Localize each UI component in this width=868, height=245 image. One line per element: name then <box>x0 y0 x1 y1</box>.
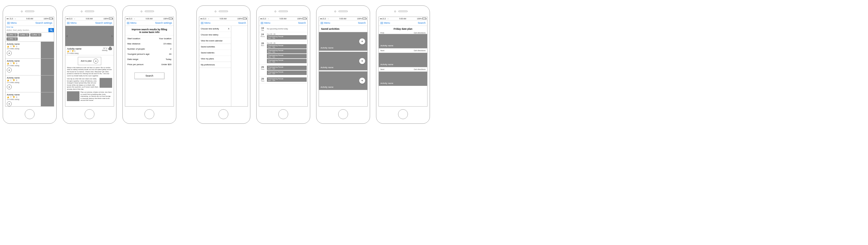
plan-card[interactable]: Activity name <box>379 53 427 67</box>
home-button[interactable] <box>338 109 348 119</box>
menu-item-saved-activities[interactable]: Saved activities <box>199 44 231 50</box>
cloud-icon <box>108 48 112 50</box>
event-bar[interactable]: Thanksgiving Parade5pm - 7pm <box>267 35 307 39</box>
calendar-day: 29TuesThanksgiving Parade5pm - 7pm <box>259 77 308 83</box>
add-button[interactable]: + <box>359 58 365 64</box>
menu-button[interactable]: Menu <box>380 22 390 25</box>
search-settings-link[interactable]: Search settings <box>155 22 172 24</box>
event-time: 5pm - 7pm <box>268 73 306 74</box>
add-button[interactable]: + <box>7 51 12 56</box>
saved-card[interactable]: Activity name+ <box>319 72 367 90</box>
thumbs-down-icon: 👎 <box>12 46 15 48</box>
search-settings-link[interactable]: Search settings <box>35 22 52 24</box>
calendar-day: 24ThursNov 20 - 26Thanksgiving Parade5pm… <box>259 32 308 41</box>
section-title: Saved activities <box>319 26 367 32</box>
event-time: 5pm - 7pm <box>268 46 306 48</box>
close-icon[interactable]: ⓧ <box>38 33 40 36</box>
event-bar[interactable]: Thanksgiving Parade5pm - 7pm <box>267 54 307 58</box>
side-menu: Choose new activityX Choose new eatery V… <box>199 26 231 107</box>
result-item[interactable]: Activity name 👍7👎3 2.4 miles away + <box>5 42 54 58</box>
saved-card[interactable]: Activity name+ <box>319 52 367 70</box>
home-button[interactable] <box>218 109 228 119</box>
card-name: Activity name <box>380 82 394 84</box>
add-button[interactable]: + <box>359 78 365 84</box>
event-bar[interactable]: Thanksgiving Parade5pm - 7pm <box>267 49 307 53</box>
event-bar[interactable]: Thanksgiving Parade5pm - 7pm <box>267 59 307 63</box>
filter-tag[interactable]: Coffeeⓧ <box>30 33 41 36</box>
form-row[interactable]: Max distance:15 miles <box>127 41 172 46</box>
chevron-right-icon[interactable]: › <box>111 33 113 38</box>
result-item[interactable]: Activity name 👍7👎3 2.4 miles away + <box>5 58 54 75</box>
result-item[interactable]: Activity name 👍7👎3 2.4 miles away + <box>5 75 54 92</box>
event-bar[interactable]: Thanksgiving Parade5pm - 7pm <box>267 44 307 49</box>
form-row[interactable]: Youngest person's age:24 <box>127 52 172 57</box>
hero-image: ‹ › <box>65 26 114 46</box>
event-bar[interactable]: Thanksgiving Parade5pm - 7pm <box>267 77 307 82</box>
add-to-plan-button[interactable]: Add to plan + <box>78 57 101 65</box>
home-button[interactable] <box>85 109 94 119</box>
event-time: 5pm - 7pm <box>268 61 306 63</box>
close-icon[interactable]: ⓧ <box>14 37 16 40</box>
phone-frame-1: ZLS⌵ 5:00 AM 100% Menu Search settings E… <box>3 5 57 124</box>
close-icon[interactable]: ⓧ <box>26 33 28 36</box>
filter-tag[interactable]: Coffeeⓧ <box>6 33 18 36</box>
menu-item-saved-eateries[interactable]: Saved eateries <box>199 50 231 56</box>
plan-first-label: First <box>380 32 384 34</box>
saved-card[interactable]: Activity name+ <box>319 32 367 51</box>
menu-button[interactable]: Menu <box>67 22 77 25</box>
home-button[interactable] <box>25 109 35 119</box>
search-link[interactable]: Search <box>298 22 306 24</box>
form-row[interactable]: Number of people:2 <box>127 46 172 52</box>
phone-frame-6: ZLS⌵ 5:00 AM 100% Menu Search Saved acti… <box>316 5 370 124</box>
add-button[interactable]: + <box>7 101 12 106</box>
menu-item-preferences[interactable]: My preferences <box>199 62 231 67</box>
result-item[interactable]: Activity name 👍7👎3 2.4 miles away + <box>5 92 54 107</box>
menu-button[interactable]: Menu <box>320 22 330 25</box>
close-icon[interactable]: ⓧ <box>14 33 16 36</box>
content-placeholder <box>231 26 248 107</box>
search-link[interactable]: Search <box>358 22 366 24</box>
event-bar[interactable]: Thanksgiving Parade5pm - 7pm <box>267 66 307 70</box>
filter-tag[interactable]: Coffeeⓧ <box>19 33 30 36</box>
home-button[interactable] <box>278 109 288 119</box>
get-directions-link[interactable]: Get directions <box>414 69 426 70</box>
menu-item-calendar[interactable]: View the event calendar <box>199 37 231 44</box>
event-bar[interactable]: Thanksgiving Parade5pm - 7pm <box>267 71 307 75</box>
add-button[interactable]: + <box>7 67 12 73</box>
chevron-left-icon[interactable]: ‹ <box>66 33 68 38</box>
close-icon[interactable]: X <box>228 28 229 30</box>
home-button[interactable] <box>145 109 154 119</box>
menu-button[interactable]: Menu <box>201 22 211 25</box>
search-button[interactable] <box>49 28 54 32</box>
event-time: 5pm - 7pm <box>268 80 306 81</box>
card-name: Activity name <box>380 45 394 47</box>
menu-item-my-plans[interactable]: View my plans <box>199 56 231 62</box>
get-directions-link[interactable]: Get directions <box>414 50 426 52</box>
day-number: 28 <box>259 42 266 45</box>
home-button[interactable] <box>398 109 408 119</box>
form-row[interactable]: Start location:Your location <box>127 36 172 41</box>
get-directions-link[interactable]: Get directions <box>414 32 426 34</box>
search-link[interactable]: Search <box>238 22 246 24</box>
search-link[interactable]: Search <box>418 22 426 24</box>
activity-name: Activity name <box>67 48 82 50</box>
search-input[interactable]: Active, food, party, tourism... <box>5 28 49 32</box>
day-number: 29 <box>259 77 266 80</box>
add-button[interactable]: + <box>7 84 12 89</box>
search-button[interactable]: Search <box>134 73 164 79</box>
menu-button[interactable]: Menu <box>7 22 17 25</box>
search-settings-link[interactable]: Search settings <box>95 22 112 24</box>
wifi-icon: ⌵ <box>15 18 16 20</box>
plan-card[interactable]: Activity name <box>379 72 427 86</box>
event-time: 5pm - 7pm <box>268 56 306 58</box>
form-row[interactable]: Date range:Today <box>127 57 172 62</box>
add-button[interactable]: + <box>359 38 365 45</box>
form-row[interactable]: Price per person:Under $20 <box>127 62 172 67</box>
menu-button[interactable]: Menu <box>127 22 136 25</box>
filter-tag[interactable]: Coffeeⓧ <box>6 37 18 40</box>
phone-frame-3: ZLS⌵ 5:00 AM 100% Menu Search settings I… <box>122 5 176 124</box>
menu-item-eatery[interactable]: Choose new eatery <box>199 32 231 37</box>
menu-item-activity[interactable]: Choose new activityX <box>199 26 231 32</box>
menu-button[interactable]: Menu <box>261 22 271 25</box>
plan-card[interactable]: Activity name <box>379 34 427 48</box>
